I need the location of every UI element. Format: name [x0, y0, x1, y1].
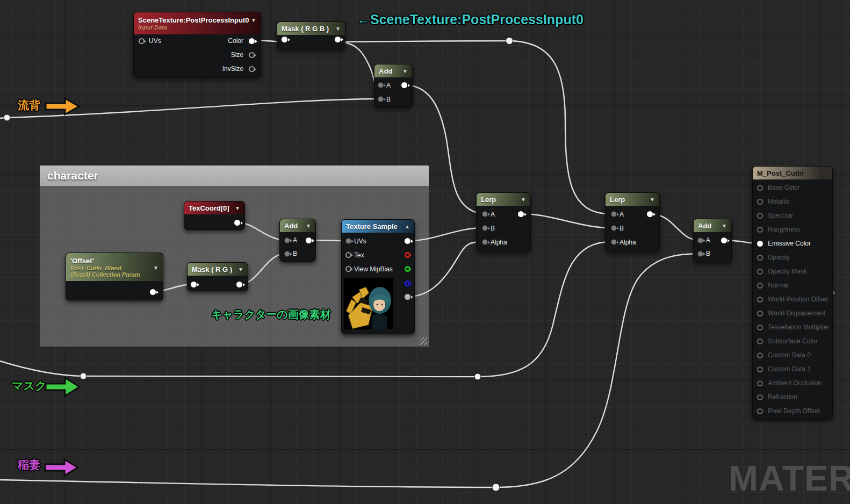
pin-tessellation-multiplier[interactable]: [757, 325, 763, 330]
node-add-output[interactable]: Add ▼ A B: [693, 219, 732, 262]
pin-mipbias-input[interactable]: [345, 266, 351, 272]
pin-custom-data-1[interactable]: [757, 366, 763, 372]
pin-opacity[interactable]: [757, 255, 763, 261]
dropdown-icon[interactable]: ▼: [306, 223, 311, 229]
dropdown-icon[interactable]: ▼: [251, 17, 256, 23]
pin-invsize-output[interactable]: [249, 66, 255, 72]
pin-output[interactable]: [306, 237, 312, 243]
pin-label-b: B: [620, 224, 624, 233]
node-mask-rg[interactable]: Mask ( R G ) ▼: [187, 262, 248, 291]
material-pin-row[interactable]: Refraction: [753, 390, 832, 404]
node-texture-sample[interactable]: Texture Sample ▲ UVs Tex View MipBias: [341, 219, 415, 334]
material-graph-canvas[interactable]: MATERIAL character: [0, 0, 850, 504]
node-add-character[interactable]: Add ▼ A B: [279, 219, 316, 262]
dropdown-icon[interactable]: ▼: [238, 267, 243, 272]
pin-output[interactable]: [236, 282, 242, 287]
dropdown-icon[interactable]: ▼: [650, 197, 655, 203]
pin-b-input[interactable]: [378, 96, 384, 102]
material-pin-row[interactable]: Opacity Mask: [753, 264, 832, 278]
pin-a-input[interactable]: [611, 211, 617, 217]
wire-mask-in: [0, 361, 82, 376]
material-pin-row[interactable]: Emissive Color: [753, 236, 832, 250]
node-texcoord[interactable]: TexCoord[0] ▼: [184, 201, 245, 230]
pin-base-color[interactable]: [757, 185, 763, 191]
material-pin-row[interactable]: World Position Offset: [753, 292, 832, 306]
collapse-icon[interactable]: ▲: [405, 224, 410, 229]
pin-normal[interactable]: [757, 283, 763, 289]
pin-output[interactable]: [150, 289, 156, 295]
pin-output[interactable]: [335, 37, 341, 42]
dropdown-icon[interactable]: ▼: [235, 205, 240, 211]
pin-specular[interactable]: [757, 213, 763, 219]
pin-a-input[interactable]: [482, 211, 488, 217]
pin-label: Custom Data 1: [768, 365, 811, 373]
material-pin-row[interactable]: Subsurface Color: [753, 334, 832, 348]
material-pin-row[interactable]: World Displacement: [753, 306, 832, 320]
dropdown-icon[interactable]: ▼: [153, 265, 159, 271]
dropdown-icon[interactable]: ▼: [722, 223, 727, 229]
pin-refraction[interactable]: [757, 394, 763, 400]
pin-b-input[interactable]: [482, 225, 488, 231]
pin-label: Refraction: [768, 393, 797, 401]
pin-r-output[interactable]: [405, 252, 410, 258]
node-material-result[interactable]: M_Post_CutIn Base Color Metallic Specula…: [752, 166, 833, 419]
pin-input[interactable]: [191, 282, 197, 287]
pin-a-input[interactable]: [697, 237, 703, 243]
material-pin-row[interactable]: Custom Data 0: [753, 348, 832, 362]
pin-size-output[interactable]: [249, 52, 255, 58]
pin-g-output[interactable]: [405, 266, 410, 272]
pin-b-input[interactable]: [284, 251, 290, 257]
node-add-top[interactable]: Add ▼ A B: [374, 64, 413, 107]
material-pin-row[interactable]: Specular: [753, 208, 832, 222]
pin-ambient-occlusion[interactable]: [757, 380, 763, 386]
pin-subsurface-color[interactable]: [757, 339, 763, 344]
pin-alpha-input[interactable]: [482, 239, 488, 245]
pin-metallic[interactable]: [757, 199, 763, 205]
pin-label-size: Size: [231, 51, 243, 59]
pin-b-input[interactable]: [697, 251, 703, 257]
pin-a-input[interactable]: [378, 82, 384, 88]
node-mask-rgb[interactable]: Mask ( R G B ) ▼: [277, 21, 345, 49]
pin-input[interactable]: [282, 37, 287, 42]
pin-uvs-input[interactable]: [139, 38, 145, 44]
pin-label: Normal: [768, 282, 789, 289]
pin-b-input[interactable]: [611, 225, 617, 231]
pin-world-position-offset[interactable]: [757, 297, 763, 303]
pin-a-input[interactable]: [284, 237, 290, 243]
pin-a-output[interactable]: [405, 294, 410, 300]
pin-opacity-mask[interactable]: [757, 269, 763, 275]
pin-tex-input[interactable]: [345, 252, 351, 258]
material-pin-row[interactable]: Pixel Depth Offset: [753, 404, 832, 418]
pin-rgb-output[interactable]: [405, 238, 410, 244]
pin-emissive-color[interactable]: [757, 241, 763, 247]
material-pin-row[interactable]: Metallic: [753, 195, 832, 208]
dropdown-icon[interactable]: ▼: [402, 68, 408, 74]
material-pin-row[interactable]: Roughness: [753, 222, 832, 236]
pin-roughness[interactable]: [757, 227, 763, 233]
pin-output[interactable]: [401, 82, 407, 88]
node-offset-param[interactable]: 'Offset' Post_CutIn_Blend (float4) Colle…: [66, 253, 163, 300]
material-pin-row[interactable]: Opacity: [753, 250, 832, 264]
node-scenetexture[interactable]: SceneTexture:PostProcessInput0 ▼ Input D…: [133, 12, 261, 77]
pin-b-output[interactable]: [405, 280, 410, 286]
pin-color-output[interactable]: [249, 38, 255, 44]
node-lerp-2[interactable]: Lerp ▼ A B Alpha: [605, 192, 660, 251]
pin-custom-data-0[interactable]: [757, 352, 763, 358]
dropdown-icon[interactable]: ▼: [335, 26, 341, 32]
pin-pixel-depth-offset[interactable]: [757, 408, 763, 414]
pin-output[interactable]: [518, 211, 524, 217]
material-pin-row[interactable]: Ambient Occlusion: [753, 376, 832, 390]
pin-output[interactable]: [647, 211, 653, 217]
node-lerp-1[interactable]: Lerp ▼ A B Alpha: [476, 192, 531, 251]
material-pin-row[interactable]: Custom Data 1: [753, 362, 832, 376]
material-pin-row[interactable]: Base Color: [753, 181, 832, 195]
dropdown-icon[interactable]: ▼: [521, 197, 526, 203]
material-pin-row[interactable]: Tessellation Multiplier: [753, 320, 832, 334]
param-type: (float4) Collection Param: [70, 271, 140, 278]
pin-output[interactable]: [234, 220, 240, 226]
material-pin-row[interactable]: Normal: [753, 278, 832, 292]
pin-output[interactable]: [721, 237, 727, 243]
pin-uvs-input[interactable]: [345, 238, 351, 244]
pin-alpha-input[interactable]: [611, 239, 617, 245]
pin-world-displacement[interactable]: [757, 311, 763, 316]
